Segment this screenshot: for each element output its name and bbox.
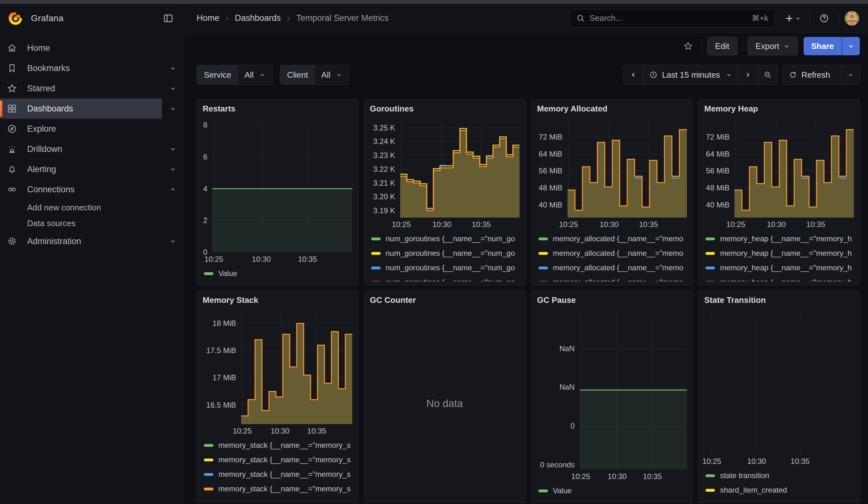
legend-swatch [705, 267, 715, 269]
legend-item[interactable]: Value [537, 483, 687, 498]
add-menu-button[interactable]: + [783, 12, 804, 25]
star-dashboard-button[interactable] [679, 37, 697, 55]
plot-area[interactable] [568, 122, 687, 218]
plot-area[interactable] [213, 122, 352, 252]
divider [839, 12, 839, 25]
legend-item[interactable]: memory_stack {__name__="memory_s [203, 453, 352, 467]
legend-item[interactable]: memory_heap {__name__="memory_h [704, 232, 854, 246]
breadcrumb-home[interactable]: Home [197, 13, 219, 23]
legend-item[interactable]: memory_heap {__name__="memory_h [704, 260, 854, 275]
sidebar-item-connections[interactable]: Connections [0, 179, 184, 199]
legend-item[interactable]: memory_allocated {__name__="memo [537, 260, 687, 275]
chevron-left-icon [629, 71, 638, 79]
plot-area[interactable] [734, 122, 854, 218]
legend-item[interactable]: memory_allocated {__name__="memo [537, 246, 687, 260]
search-input[interactable] [590, 13, 752, 23]
chevron-up-icon[interactable] [162, 186, 184, 193]
legend: Value [203, 266, 352, 281]
panel-restarts: Restarts0246810:2510:3010:35Value [197, 99, 358, 286]
legend-item[interactable]: memory_heap {__name__="memory_h [704, 275, 854, 281]
chevron-down-icon[interactable] [162, 237, 184, 245]
zoom-out-button[interactable] [758, 65, 777, 84]
legend-item[interactable]: Value [203, 266, 352, 281]
panel-title[interactable]: State Transition [704, 295, 854, 309]
home-icon [7, 43, 27, 53]
sidebar-item-starred[interactable]: Starred [0, 78, 184, 99]
legend-item[interactable]: memory_allocated {__name__="memo [537, 232, 687, 246]
sidebar-item-data-sources[interactable]: Data sources [0, 215, 184, 231]
clock-icon [649, 71, 658, 79]
legend-item[interactable]: state transition [704, 468, 854, 483]
legend-swatch [204, 487, 213, 491]
help-button[interactable] [815, 10, 833, 27]
panel-state-transition: State Transition10:2510:3010:35state tra… [698, 290, 860, 503]
panel-title[interactable]: Memory Allocated [537, 104, 687, 117]
legend-label: memory_stack {__name__="memory_s [218, 455, 351, 464]
time-forward-button[interactable] [738, 65, 758, 84]
panel-title[interactable]: GC Pause [537, 295, 687, 309]
chevron-down-icon[interactable] [162, 85, 184, 92]
sidebar-item-add-new-connection[interactable]: Add new connection [0, 199, 184, 215]
user-avatar[interactable] [845, 11, 859, 25]
panel-title[interactable]: Goroutines [370, 104, 519, 117]
edit-button[interactable]: Edit [707, 37, 737, 55]
export-button[interactable]: Export [748, 37, 798, 55]
legend-item[interactable]: shard_item_created [704, 483, 854, 497]
search-box[interactable]: ⌘+k [570, 9, 775, 28]
legend-item[interactable]: num_goroutines {__name__="num_go [370, 246, 519, 260]
sidebar-item-explore[interactable]: Explore [0, 119, 184, 139]
chevron-down-icon[interactable] [162, 64, 184, 72]
grid-icon [7, 104, 27, 114]
chevron-down-icon [847, 43, 855, 50]
sidebar-collapse-icon[interactable] [161, 11, 175, 25]
sidebar-item-home[interactable]: Home [0, 38, 184, 58]
grafana-app: Grafana HomeBookmarksStarredDashboardsEx… [0, 0, 868, 504]
legend-label: num_goroutines {__name__="num_go [386, 249, 515, 258]
chevron-down-icon[interactable] [162, 145, 184, 153]
legend-item[interactable]: memory_stack {__name__="memory_s [203, 438, 352, 453]
plot-area[interactable] [704, 313, 854, 454]
time-back-button[interactable] [624, 65, 643, 84]
legend-item[interactable]: memory_heap {__name__="memory_h [704, 246, 854, 260]
plot-area[interactable] [241, 313, 352, 424]
x-tick-label: 10:35 [639, 220, 658, 229]
chevron-down-icon[interactable] [162, 165, 184, 173]
variable-value[interactable]: All [315, 65, 349, 84]
plot-area[interactable] [400, 122, 519, 218]
sidebar-item-dashboards[interactable]: Dashboards [0, 99, 184, 119]
sidebar-item-bookmarks[interactable]: Bookmarks [0, 58, 184, 78]
sidebar-item-administration[interactable]: Administration [0, 231, 184, 251]
refresh-button[interactable]: Refresh [783, 65, 840, 84]
legend-swatch [204, 272, 213, 275]
panel-title[interactable]: GC Counter [370, 295, 519, 309]
legend-item[interactable]: num_goroutines {__name__="num_go [370, 232, 519, 246]
y-axis: 40 MiB48 MiB56 MiB64 MiB72 MiB [704, 122, 734, 218]
legend-item[interactable]: memory_stack {__name__="memory_s [203, 467, 352, 482]
legend-item[interactable]: num_goroutines {__name__="num_go [370, 275, 519, 281]
variable-client-dropdown[interactable]: ClientAll [280, 65, 349, 85]
x-tick-label: 10:30 [252, 255, 271, 264]
legend-item[interactable]: num_goroutines {__name__="num_go [370, 260, 519, 275]
breadcrumb-dashboards[interactable]: Dashboards [235, 13, 281, 23]
refresh-interval-button[interactable] [840, 65, 859, 84]
sidebar-item-label: Explore [27, 124, 56, 134]
variable-label: Service [197, 65, 238, 84]
variable-service-dropdown[interactable]: ServiceAll [197, 65, 272, 85]
chevron-down-icon[interactable] [162, 105, 184, 112]
legend-item[interactable]: memory_stack {__name__="memory_s [203, 482, 352, 496]
y-tick-label: 6 [203, 153, 207, 161]
sidebar-item-drilldown[interactable]: Drilldown [0, 139, 184, 159]
plot-area[interactable] [580, 313, 687, 470]
variable-value[interactable]: All [238, 65, 272, 84]
time-range-picker[interactable]: Last 15 minutes [643, 65, 738, 84]
panel-title[interactable]: Memory Heap [704, 104, 854, 117]
panel-title[interactable]: Memory Stack [203, 295, 352, 309]
share-menu-button[interactable] [841, 37, 860, 55]
legend-item[interactable]: memory_allocated {__name__="memo [537, 275, 687, 281]
panel-title[interactable]: Restarts [203, 104, 352, 117]
share-button[interactable]: Share [804, 37, 841, 55]
legend-label: memory_stack {__name__="memory_s [218, 484, 351, 493]
y-tick-label: 48 MiB [539, 184, 562, 192]
sidebar-item-alerting[interactable]: Alerting [0, 159, 184, 179]
sidebar-item-label: Dashboards [27, 104, 73, 114]
